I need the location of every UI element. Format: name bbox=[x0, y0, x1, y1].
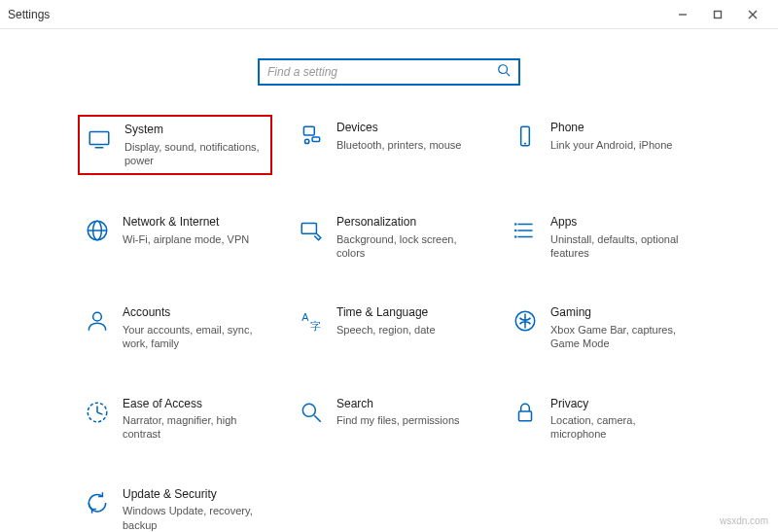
tile-desc: Your accounts, email, sync, work, family bbox=[123, 323, 259, 351]
tile-desc: Windows Update, recovery, backup bbox=[123, 504, 259, 532]
tile-text: Search Find my files, permissions bbox=[336, 397, 460, 442]
tile-text: Accounts Your accounts, email, sync, wor… bbox=[123, 305, 259, 350]
tile-text: Personalization Background, lock screen,… bbox=[336, 215, 473, 260]
tile-desc: Wi-Fi, airplane mode, VPN bbox=[123, 232, 249, 246]
tile-desc: Speech, region, date bbox=[336, 323, 436, 337]
svg-rect-30 bbox=[519, 410, 532, 420]
lock-icon bbox=[512, 399, 539, 426]
tile-title: Personalization bbox=[336, 215, 473, 231]
tile-title: Search bbox=[336, 397, 460, 412]
svg-rect-6 bbox=[89, 132, 109, 145]
tile-privacy[interactable]: Privacy Location, camera, microphone bbox=[506, 391, 700, 447]
tile-network[interactable]: Network & Internet Wi-Fi, airplane mode,… bbox=[78, 209, 272, 266]
tile-phone[interactable]: Phone Link your Android, iPhone bbox=[506, 115, 700, 175]
tile-desc: Xbox Game Bar, captures, Game Mode bbox=[550, 323, 687, 351]
tile-text: Update & Security Windows Update, recove… bbox=[123, 487, 259, 532]
search-container bbox=[78, 58, 700, 86]
tile-title: Gaming bbox=[550, 305, 687, 321]
svg-point-28 bbox=[302, 404, 315, 416]
svg-text:字: 字 bbox=[310, 320, 321, 332]
tile-desc: Location, camera, microphone bbox=[550, 413, 687, 442]
tile-text: Phone Link your Android, iPhone bbox=[550, 121, 672, 169]
tile-desc: Display, sound, notifications, power bbox=[124, 140, 261, 168]
tile-devices[interactable]: Devices Bluetooth, printers, mouse bbox=[292, 115, 486, 175]
watermark: wsxdn.com bbox=[720, 515, 768, 526]
tile-ease-of-access[interactable]: Ease of Access Narrator, magnifier, high… bbox=[78, 391, 272, 447]
gaming-icon bbox=[512, 307, 539, 335]
system-icon bbox=[86, 124, 113, 152]
settings-home: System Display, sound, notifications, po… bbox=[0, 29, 778, 532]
tile-text: System Display, sound, notifications, po… bbox=[124, 123, 261, 167]
svg-rect-9 bbox=[312, 137, 320, 141]
tile-title: Network & Internet bbox=[123, 215, 249, 231]
tile-text: Gaming Xbox Game Bar, captures, Game Mod… bbox=[550, 305, 687, 350]
svg-point-4 bbox=[499, 65, 508, 74]
minimize-button[interactable] bbox=[665, 0, 700, 29]
tile-gaming[interactable]: Gaming Xbox Game Bar, captures, Game Mod… bbox=[506, 300, 700, 356]
tile-desc: Find my files, permissions bbox=[336, 413, 460, 427]
titlebar: Settings bbox=[0, 0, 778, 29]
tile-title: Privacy bbox=[550, 397, 687, 412]
language-icon: A字 bbox=[298, 307, 325, 335]
window-title: Settings bbox=[8, 8, 665, 21]
devices-icon bbox=[298, 123, 325, 150]
svg-rect-16 bbox=[301, 224, 316, 234]
svg-point-23 bbox=[93, 313, 102, 322]
search-icon bbox=[298, 399, 325, 426]
svg-point-22 bbox=[515, 236, 516, 237]
tile-title: Ease of Access bbox=[123, 397, 259, 412]
svg-text:A: A bbox=[301, 311, 309, 323]
tile-title: Accounts bbox=[123, 305, 259, 321]
tile-text: Time & Language Speech, region, date bbox=[336, 305, 436, 350]
svg-rect-8 bbox=[303, 126, 314, 135]
svg-point-10 bbox=[305, 139, 309, 143]
tile-time-language[interactable]: A字 Time & Language Speech, region, date bbox=[292, 300, 486, 356]
tile-text: Devices Bluetooth, printers, mouse bbox=[336, 121, 461, 169]
globe-icon bbox=[84, 217, 111, 244]
tile-desc: Link your Android, iPhone bbox=[550, 138, 672, 152]
tile-search[interactable]: Search Find my files, permissions bbox=[292, 391, 486, 447]
close-button[interactable] bbox=[735, 0, 770, 29]
tile-desc: Bluetooth, printers, mouse bbox=[336, 138, 461, 152]
apps-icon bbox=[512, 217, 539, 244]
svg-line-29 bbox=[314, 415, 321, 422]
svg-line-5 bbox=[507, 73, 511, 77]
tile-text: Privacy Location, camera, microphone bbox=[550, 397, 687, 442]
tile-title: Apps bbox=[550, 215, 687, 231]
accessibility-icon bbox=[84, 399, 111, 426]
tile-system[interactable]: System Display, sound, notifications, po… bbox=[78, 115, 272, 175]
person-icon bbox=[84, 307, 111, 335]
tile-accounts[interactable]: Accounts Your accounts, email, sync, wor… bbox=[78, 300, 272, 356]
tile-text: Network & Internet Wi-Fi, airplane mode,… bbox=[123, 215, 249, 260]
tile-title: Devices bbox=[336, 121, 461, 136]
tile-desc: Uninstall, defaults, optional features bbox=[550, 232, 687, 261]
settings-grid: System Display, sound, notifications, po… bbox=[78, 115, 700, 532]
paintbrush-icon bbox=[298, 217, 325, 244]
svg-point-20 bbox=[515, 224, 516, 225]
tile-desc: Background, lock screen, colors bbox=[336, 232, 473, 261]
svg-rect-11 bbox=[521, 126, 530, 146]
search-input[interactable] bbox=[267, 65, 497, 79]
tile-title: System bbox=[124, 123, 261, 138]
tile-text: Apps Uninstall, defaults, optional featu… bbox=[550, 215, 687, 260]
tile-text: Ease of Access Narrator, magnifier, high… bbox=[123, 397, 259, 442]
tile-apps[interactable]: Apps Uninstall, defaults, optional featu… bbox=[506, 209, 700, 266]
tile-update-security[interactable]: Update & Security Windows Update, recove… bbox=[78, 481, 272, 532]
tile-title: Phone bbox=[550, 121, 672, 136]
phone-icon bbox=[512, 123, 539, 150]
tile-desc: Narrator, magnifier, high contrast bbox=[123, 413, 259, 442]
tile-personalization[interactable]: Personalization Background, lock screen,… bbox=[292, 209, 486, 266]
tile-title: Update & Security bbox=[123, 487, 259, 503]
update-icon bbox=[84, 489, 111, 516]
svg-rect-1 bbox=[715, 11, 722, 18]
search-icon bbox=[497, 63, 511, 81]
svg-point-21 bbox=[515, 231, 516, 231]
tile-title: Time & Language bbox=[336, 305, 436, 321]
maximize-button[interactable] bbox=[700, 0, 735, 29]
search-box[interactable] bbox=[258, 58, 520, 86]
